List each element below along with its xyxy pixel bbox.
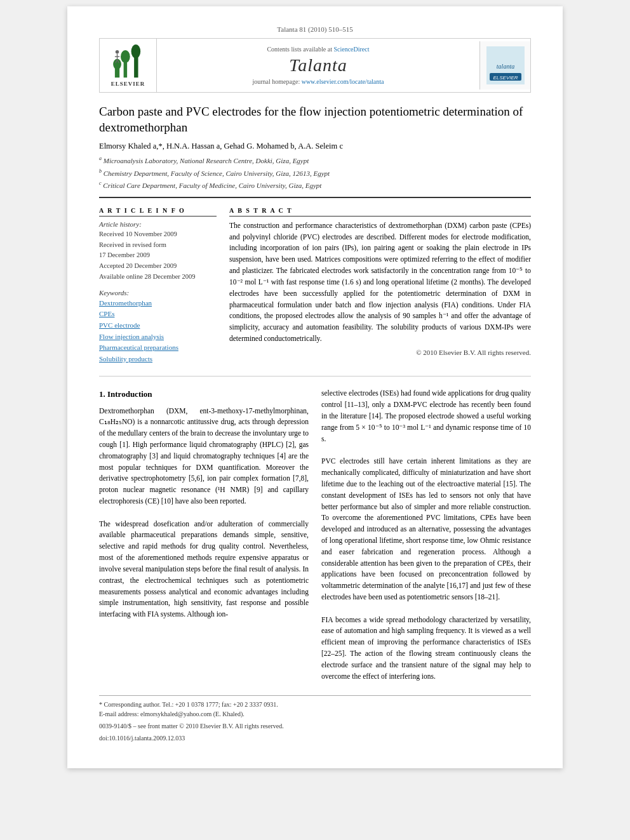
svg-point-5 <box>131 44 141 58</box>
article-dates: Received 10 November 2009 Received in re… <box>99 229 217 283</box>
sciencedirect-link[interactable]: Contents lists available at ScienceDirec… <box>267 46 369 53</box>
intro-col1: 1. Introduction Dextromethorphan (DXM, e… <box>99 388 309 682</box>
keyword-1[interactable]: Dextromethorphan <box>99 298 217 309</box>
email-line: E-mail address: elmorsykhaled@yahoo.com … <box>99 709 531 719</box>
keyword-6[interactable]: Solubility products <box>99 354 217 365</box>
intro-col2: selective electrodes (ISEs) had found wi… <box>321 388 531 682</box>
authors: Elmorsy Khaled a,*, H.N.A. Hassan a, Geh… <box>99 142 531 151</box>
section-divider <box>99 376 531 377</box>
homepage-label: journal homepage: <box>252 78 300 85</box>
journal-name: Talanta <box>289 55 347 76</box>
svg-rect-2 <box>124 62 128 78</box>
keywords-label: Keywords: <box>99 289 217 297</box>
revised-label: Received in revised form <box>99 240 217 251</box>
svg-text:talanta: talanta <box>496 63 514 70</box>
keywords-section: Keywords: Dextromethorphan CPEs PVC elec… <box>99 289 217 365</box>
svg-text:ELSEVIER: ELSEVIER <box>493 75 518 81</box>
homepage-link[interactable]: www.elsevier.com/locate/talanta <box>302 78 384 85</box>
talanta-logo: talanta ELSEVIER <box>486 46 525 84</box>
introduction-section: 1. Introduction Dextromethorphan (DXM, e… <box>99 388 531 682</box>
article-info: A R T I C L E I N F O Article history: R… <box>99 207 217 365</box>
available-date: Available online 28 December 2009 <box>99 272 217 283</box>
affiliations: a Microanalysis Laboratory, National Res… <box>99 155 531 190</box>
sciencedirect-anchor[interactable]: ScienceDirect <box>333 46 369 53</box>
article-body: A R T I C L E I N F O Article history: R… <box>99 207 531 365</box>
accepted-date: Accepted 20 December 2009 <box>99 261 217 272</box>
svg-rect-4 <box>134 55 138 77</box>
history-label: Article history: <box>99 220 217 228</box>
abstract-section: A B S T R A C T The construction and per… <box>229 207 531 365</box>
intro-col2-text: selective electrodes (ISEs) had found wi… <box>321 388 531 682</box>
svg-point-1 <box>113 59 121 69</box>
journal-header: ELSEVIER Contents lists available at Sci… <box>99 38 531 93</box>
affiliation-b: b Chemistry Department, Faculty of Scien… <box>99 168 531 178</box>
journal-center: Contents lists available at ScienceDirec… <box>157 41 479 90</box>
elsevier-logo: ELSEVIER <box>100 39 157 92</box>
affiliation-a: a Microanalysis Laboratory, National Res… <box>99 155 531 166</box>
page: Talanta 81 (2010) 510–515 ELSEVIER <box>67 6 563 768</box>
svg-point-3 <box>121 50 130 63</box>
doi-line: doi:10.1016/j.talanta.2009.12.033 <box>99 733 531 743</box>
intro-heading: 1. Introduction <box>99 388 309 401</box>
copyright: © 2010 Elsevier B.V. All rights reserved… <box>229 349 531 356</box>
sciencedirect-text: Contents lists available at <box>267 46 332 53</box>
article-title-section: Carbon paste and PVC electrodes for the … <box>99 104 531 198</box>
keyword-2[interactable]: CPEs <box>99 309 217 320</box>
article-info-heading: A R T I C L E I N F O <box>99 207 217 217</box>
elsevier-label: ELSEVIER <box>111 81 145 87</box>
keyword-3[interactable]: PVC electrode <box>99 320 217 331</box>
footnote-area: * Corresponding author. Tel.: +20 1 0378… <box>99 695 531 743</box>
svg-point-6 <box>116 50 119 54</box>
journal-homepage: journal homepage: www.elsevier.com/locat… <box>252 78 384 85</box>
corresponding-author: * Corresponding author. Tel.: +20 1 0378… <box>99 700 531 709</box>
keyword-5[interactable]: Pharmaceutical preparations <box>99 342 217 354</box>
keyword-4[interactable]: Flow injection analysis <box>99 331 217 343</box>
abstract-heading: A B S T R A C T <box>229 207 531 217</box>
revised-date: 17 December 2009 <box>99 250 217 261</box>
talanta-logo-box: talanta ELSEVIER <box>479 41 530 90</box>
affiliation-c: c Critical Care Department, Faculty of M… <box>99 180 531 190</box>
email-label: E-mail address: <box>99 710 138 717</box>
abstract-text: The construction and performance charact… <box>229 220 531 345</box>
article-title: Carbon paste and PVC electrodes for the … <box>99 104 531 135</box>
received-date: Received 10 November 2009 <box>99 229 217 240</box>
email-link[interactable]: elmorsykhaled@yahoo.com (E. Khaled). <box>140 710 245 717</box>
intro-col1-text: Dextromethorphan (DXM, ent-3-methoxy-17-… <box>99 406 309 620</box>
issn-line: 0039-9140/$ – see front matter © 2010 El… <box>99 721 531 731</box>
journal-reference: Talanta 81 (2010) 510–515 <box>99 25 531 33</box>
